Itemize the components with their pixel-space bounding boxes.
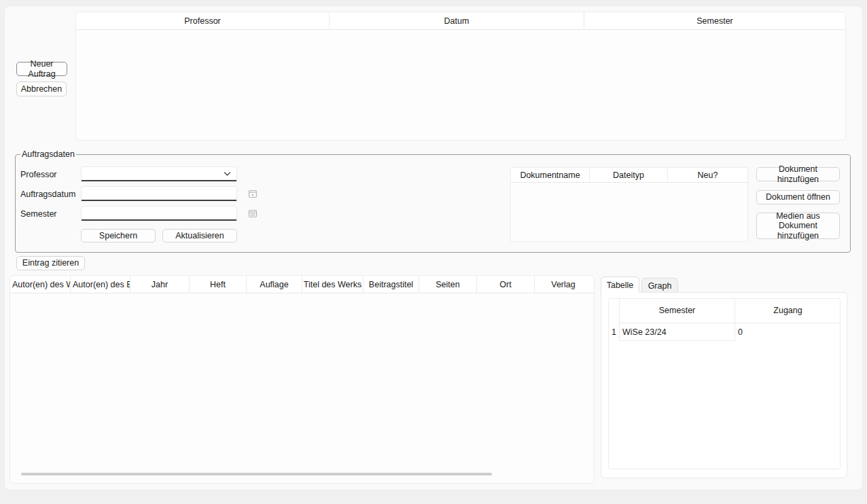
entries-column-contribution-authors[interactable]: Autor(en) des Beitrags: [70, 276, 130, 293]
stats-cell-semester[interactable]: WiSe 23/24: [622, 327, 731, 337]
stats-column-zugang[interactable]: Zugang: [735, 306, 841, 315]
entries-column-work-authors[interactable]: Autor(en) des Werks: [10, 276, 70, 293]
semester-label: Semester: [20, 209, 57, 219]
orders-column-datum[interactable]: Datum: [329, 12, 584, 29]
entries-column-edition[interactable]: Auflage: [246, 276, 302, 293]
cancel-button[interactable]: Abbrechen: [16, 82, 67, 96]
stats-cell-zugang[interactable]: 0: [738, 327, 837, 337]
stats-row-number: 1: [609, 327, 619, 337]
order-date-input[interactable]: [81, 186, 237, 201]
stats-column-semester[interactable]: Semester: [620, 306, 735, 315]
entries-column-issue[interactable]: Heft: [189, 276, 246, 293]
stats-row-underline: [619, 340, 735, 341]
order-data-groupbox-legend: Auftragsdaten: [20, 149, 76, 159]
add-media-from-document-button[interactable]: Medien aus Dokument hinzufügen: [756, 213, 840, 239]
horizontal-scrollbar-thumb[interactable]: [21, 473, 492, 475]
stats-panel: Semester Zugang 1 WiSe 23/24 0: [601, 292, 847, 478]
documents-column-filetype[interactable]: Dateityp: [589, 168, 667, 182]
save-button[interactable]: Speichern: [81, 229, 156, 242]
stats-header-underline: [619, 323, 841, 323]
cite-entry-button[interactable]: Eintrag zitieren: [16, 256, 85, 270]
application-window: { "colors": { "window_bg": "#f0f0f1", "c…: [0, 0, 867, 504]
order-date-label: Auftragsdatum: [20, 190, 75, 199]
professor-label: Professor: [20, 170, 57, 179]
professor-combobox[interactable]: [81, 166, 237, 181]
entries-table-body[interactable]: [10, 293, 594, 467]
entries-column-pages[interactable]: Seiten: [419, 276, 476, 293]
documents-column-name[interactable]: Dokumentname: [511, 168, 589, 182]
documents-column-new[interactable]: Neu?: [667, 168, 747, 182]
entries-column-publisher[interactable]: Verlag: [534, 276, 592, 293]
entries-column-contribution-title[interactable]: Beitragstitel: [363, 276, 419, 293]
stats-table: Semester Zugang 1 WiSe 23/24 0: [608, 298, 841, 469]
tab-tabelle[interactable]: Tabelle: [601, 276, 639, 293]
entries-column-year[interactable]: Jahr: [130, 276, 189, 293]
refresh-button[interactable]: Aktualisieren: [162, 229, 237, 242]
semester-input[interactable]: [81, 206, 237, 221]
orders-column-semester[interactable]: Semester: [584, 12, 845, 29]
chevron-down-icon: [224, 171, 231, 177]
entries-column-work-title[interactable]: Titel des Werks: [302, 276, 363, 293]
documents-table: Dokumentname Dateityp Neu?: [510, 167, 748, 242]
orders-table-header: Professor Datum Semester: [76, 12, 845, 30]
calendar-grid-icon[interactable]: [248, 209, 258, 218]
entries-table-header: Autor(en) des Werks Autor(en) des Beitra…: [10, 276, 594, 293]
add-document-button[interactable]: Dokument hinzufügen: [756, 167, 840, 181]
orders-table-body[interactable]: [76, 30, 845, 140]
orders-table: Professor Datum Semester: [75, 12, 846, 141]
entries-table: Autor(en) des Werks Autor(en) des Beitra…: [10, 275, 595, 484]
entries-column-place[interactable]: Ort: [476, 276, 534, 293]
open-document-button[interactable]: Dokument öffnen: [756, 190, 840, 204]
documents-table-body[interactable]: [511, 183, 747, 241]
tab-graph[interactable]: Graph: [641, 278, 678, 293]
orders-column-professor[interactable]: Professor: [76, 12, 329, 29]
new-order-button[interactable]: Neuer Auftrag: [16, 62, 67, 76]
documents-table-header: Dokumentname Dateityp Neu?: [511, 168, 747, 183]
calendar-today-icon[interactable]: [248, 189, 258, 198]
